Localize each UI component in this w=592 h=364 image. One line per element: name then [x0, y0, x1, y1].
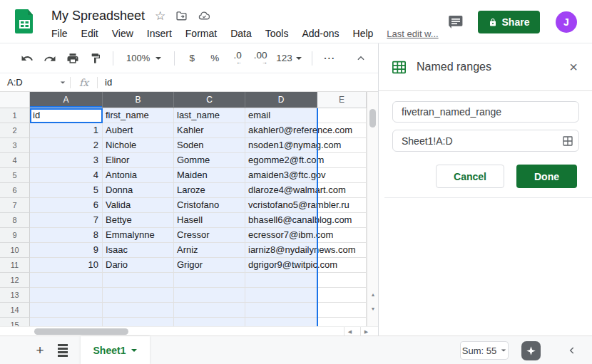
cell-B4[interactable]: Elinor [103, 153, 174, 168]
cell-D2[interactable]: akahler0@reference.com [245, 123, 317, 138]
cell-E1[interactable] [317, 108, 367, 123]
cell-D13[interactable] [245, 288, 317, 303]
cell-A7[interactable]: 6 [30, 198, 103, 213]
cell-A9[interactable]: 8 [30, 228, 103, 243]
cell-E14[interactable] [317, 303, 367, 318]
row-header-2[interactable]: 2 [0, 123, 30, 138]
range-reference-input[interactable] [393, 135, 557, 147]
scroll-down-icon[interactable]: ▼ [367, 303, 379, 314]
cell-D11[interactable]: dgrigor9@twitpic.com [245, 258, 317, 273]
menu-file[interactable]: File [51, 28, 68, 39]
cell-D15[interactable] [245, 318, 317, 326]
collapse-panel-icon[interactable] [564, 343, 580, 358]
cell-D1[interactable]: email [245, 108, 317, 123]
menu-view[interactable]: View [112, 28, 133, 39]
row-header-13[interactable]: 13 [0, 288, 30, 303]
cell-A11[interactable]: 10 [30, 258, 103, 273]
cell-D4[interactable]: egomme2@ft.com [245, 153, 317, 168]
cell-B8[interactable]: Bettye [103, 213, 174, 228]
undo-icon[interactable] [17, 48, 37, 68]
cell-C15[interactable] [174, 318, 245, 326]
more-formats-button[interactable]: 123 [273, 48, 305, 68]
cell-A13[interactable] [30, 288, 103, 303]
cell-A1[interactable]: id [30, 108, 103, 123]
cell-E12[interactable] [317, 273, 367, 288]
row-header-10[interactable]: 10 [0, 243, 30, 258]
column-header-c[interactable]: C [174, 92, 245, 108]
cell-A12[interactable] [30, 273, 103, 288]
cell-C10[interactable]: Arniz [174, 243, 245, 258]
cell-B9[interactable]: Emmalynne [103, 228, 174, 243]
row-header-1[interactable]: 1 [0, 108, 30, 123]
cloud-saved-icon[interactable] [198, 10, 211, 22]
redo-icon[interactable] [40, 48, 60, 68]
horizontal-scrollbar[interactable]: ◀ ▶ [0, 326, 378, 336]
paint-format-icon[interactable] [86, 48, 106, 68]
cell-B6[interactable]: Donna [103, 183, 174, 198]
cell-E15[interactable] [317, 318, 367, 326]
format-currency-button[interactable]: $ [182, 48, 202, 68]
cancel-button[interactable]: Cancel [436, 165, 504, 188]
horizontal-scrollbar-thumb[interactable] [34, 328, 128, 335]
cell-C14[interactable] [174, 303, 245, 318]
row-header-7[interactable]: 7 [0, 198, 30, 213]
cell-B12[interactable] [103, 273, 174, 288]
move-folder-icon[interactable] [175, 10, 188, 22]
menu-help[interactable]: Help [353, 28, 374, 39]
comments-icon[interactable] [447, 14, 464, 31]
done-button[interactable]: Done [516, 165, 577, 188]
cell-D7[interactable]: vcristofano5@rambler.ru [245, 198, 317, 213]
cell-A2[interactable]: 1 [30, 123, 103, 138]
decrease-decimal-button[interactable]: .0← [228, 48, 247, 68]
cell-C2[interactable]: Kahler [174, 123, 245, 138]
cell-B5[interactable]: Antonia [103, 168, 174, 183]
row-header-9[interactable]: 9 [0, 228, 30, 243]
cell-C7[interactable]: Cristofano [174, 198, 245, 213]
sheets-logo-icon[interactable] [15, 9, 34, 33]
cell-A4[interactable]: 3 [30, 153, 103, 168]
cell-B14[interactable] [103, 303, 174, 318]
cell-A3[interactable]: 2 [30, 138, 103, 153]
cell-C8[interactable]: Hasell [174, 213, 245, 228]
cell-D6[interactable]: dlaroze4@walmart.com [245, 183, 317, 198]
cell-B1[interactable]: first_name [103, 108, 174, 123]
row-header-6[interactable]: 6 [0, 183, 30, 198]
all-sheets-icon[interactable] [54, 342, 71, 359]
vertical-scrollbar-thumb[interactable] [369, 109, 376, 128]
cell-B3[interactable]: Nichole [103, 138, 174, 153]
cell-B7[interactable]: Valida [103, 198, 174, 213]
cell-D5[interactable]: amaiden3@ftc.gov [245, 168, 317, 183]
zoom-select[interactable]: 100% [121, 48, 167, 68]
explore-button[interactable] [521, 341, 541, 360]
cell-C1[interactable]: last_name [174, 108, 245, 123]
name-box[interactable]: A:D [0, 73, 70, 91]
cell-D8[interactable]: bhasell6@canalblog.com [245, 213, 317, 228]
cell-C3[interactable]: Soden [174, 138, 245, 153]
cell-C4[interactable]: Gomme [174, 153, 245, 168]
select-data-range-icon[interactable] [557, 135, 578, 147]
cell-D12[interactable] [245, 273, 317, 288]
cell-E13[interactable] [317, 288, 367, 303]
column-header-e[interactable]: E [317, 92, 367, 108]
cell-C12[interactable] [174, 273, 245, 288]
cell-D3[interactable]: nsoden1@nymag.com [245, 138, 317, 153]
share-button[interactable]: Share [478, 11, 540, 33]
cell-B10[interactable]: Isaac [103, 243, 174, 258]
row-header-15[interactable]: 15 [0, 318, 30, 326]
column-header-a[interactable]: A [30, 92, 103, 108]
cell-B15[interactable] [103, 318, 174, 326]
sum-dropdown[interactable]: Sum: 55 [460, 341, 509, 360]
cell-B11[interactable]: Dario [103, 258, 174, 273]
close-icon[interactable]: × [566, 58, 581, 76]
row-header-8[interactable]: 8 [0, 213, 30, 228]
cell-A5[interactable]: 4 [30, 168, 103, 183]
column-header-b[interactable]: B [103, 92, 174, 108]
cell-C5[interactable]: Maiden [174, 168, 245, 183]
cell-A8[interactable]: 7 [30, 213, 103, 228]
avatar[interactable]: J [556, 11, 577, 33]
cell-C6[interactable]: Laroze [174, 183, 245, 198]
cell-B2[interactable]: Aubert [103, 123, 174, 138]
add-sheet-icon[interactable]: + [31, 342, 49, 359]
menu-add-ons[interactable]: Add-ons [302, 28, 339, 39]
menu-edit[interactable]: Edit [81, 28, 98, 39]
